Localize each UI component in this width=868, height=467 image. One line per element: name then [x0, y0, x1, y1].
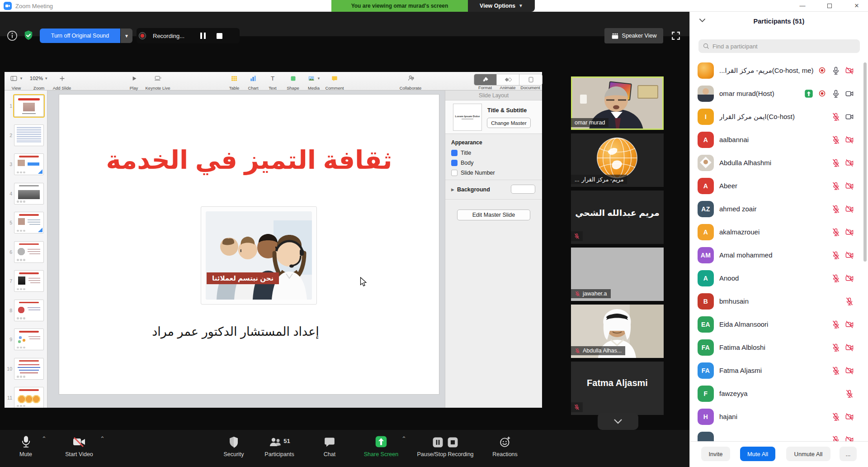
slide-credit-text: إعداد المستشار الدكتور عمر مراد	[59, 324, 412, 339]
background-row[interactable]: ▶ Background	[451, 185, 536, 195]
video-tile-portrait[interactable]: Abdulla Alhas...	[571, 305, 664, 358]
mic-off-icon	[831, 181, 840, 191]
slide-thumbnail[interactable]: 9	[5, 325, 47, 354]
participant-row[interactable]: A akalmazrouei	[690, 220, 865, 243]
participant-row[interactable]	[690, 428, 865, 441]
keynote-live-button[interactable]: Keynote Live	[139, 73, 177, 91]
format-tab[interactable]	[474, 74, 497, 85]
slide-number: 1	[5, 103, 14, 109]
mute-all-button[interactable]: Mute All	[740, 447, 775, 461]
collapse-video-strip-button[interactable]	[598, 413, 638, 430]
participant-row[interactable]: A aalbannai	[690, 128, 865, 151]
participant-row[interactable]: ...مريم- مركز القرا (Co-host, me)	[690, 59, 865, 82]
participant-row[interactable]: EA Eida Almansoori	[690, 313, 865, 336]
checkbox[interactable]	[451, 150, 458, 156]
original-sound-caret[interactable]: ▼	[121, 29, 132, 43]
participant-name: Fatma Aljasmi	[719, 367, 762, 374]
slide-thumbnail[interactable]: 11	[5, 383, 47, 408]
scrollbar-thumb[interactable]	[863, 62, 867, 262]
slide-thumbnail[interactable]: 4	[5, 179, 47, 209]
video-off-icon	[845, 66, 854, 75]
participant-row[interactable]: I ايمن مركز القرار (Co-host)	[690, 105, 865, 128]
search-icon	[703, 43, 710, 50]
video-tile-camera-off[interactable]: jawaher.a	[571, 248, 664, 301]
search-input[interactable]	[712, 43, 856, 50]
pause-recording-icon[interactable]	[432, 437, 443, 448]
participant-row[interactable]: A Abeer	[690, 174, 865, 197]
slide-thumbnail[interactable]: 1	[5, 91, 47, 121]
slide-thumbnail[interactable]: 6	[5, 238, 47, 267]
document-tab[interactable]	[519, 74, 542, 85]
view-options-button[interactable]: View Options▼	[468, 0, 535, 12]
screen-share-icon	[804, 89, 813, 98]
more-options-button[interactable]: ...	[840, 447, 857, 461]
animate-tab[interactable]	[497, 74, 519, 85]
info-icon[interactable]	[6, 30, 18, 42]
encryption-shield-icon[interactable]	[23, 29, 34, 41]
slide-thumbnail[interactable]: 7	[5, 267, 47, 296]
participant-row[interactable]: FA Fatima Albloshi	[690, 336, 865, 359]
close-button[interactable]: ✕	[846, 0, 867, 11]
mic-on-icon	[831, 66, 840, 75]
pause-recording-icon[interactable]	[197, 30, 209, 42]
change-master-button[interactable]: Change Master	[487, 118, 531, 128]
slide-thumbnail[interactable]: 5	[5, 208, 47, 238]
participant-row[interactable]: FA Fatma Aljasmi	[690, 359, 865, 382]
current-slide[interactable]: ثقافة التميز في الخدمة	[59, 94, 439, 395]
keynote-add-slide-button[interactable]: Add Slide	[43, 73, 81, 91]
slide-thumbnail[interactable]: 10	[5, 354, 47, 384]
participant-row[interactable]: B bmhusain	[690, 290, 865, 313]
appearance-checkbox-row[interactable]: Title	[451, 150, 536, 156]
participant-row[interactable]: Abdulla Alhashmi	[690, 151, 865, 174]
video-options-caret[interactable]: ⌃	[100, 435, 105, 442]
disclosure-triangle-icon[interactable]: ▶	[451, 187, 454, 192]
reactions-smiley-icon	[471, 434, 539, 448]
video-tile-nameplate[interactable]: مريم عبدالله الشحي	[571, 191, 664, 244]
participant-row[interactable]: A Anood	[690, 267, 865, 290]
participant-row[interactable]: AZ ahmed zoair	[690, 197, 865, 220]
master-slide-thumbnail[interactable]: Lorem Ipsum Dolor	[453, 104, 482, 131]
maximize-button[interactable]	[819, 0, 840, 11]
stop-recording-icon[interactable]	[447, 437, 458, 448]
speaker-view-button[interactable]: Speaker View	[604, 28, 663, 43]
appearance-checkbox-row[interactable]: Slide Number	[451, 170, 536, 176]
participant-row[interactable]: omar murad (Host)	[690, 82, 865, 105]
slide-thumbnail[interactable]: 8	[5, 296, 47, 325]
keynote-collaborate-button[interactable]: Collaborate	[392, 73, 429, 91]
avatar: AM	[698, 247, 714, 263]
participant-name: Eida Almansoori	[719, 320, 768, 328]
minimize-button[interactable]: —	[792, 0, 813, 11]
video-tile-globe[interactable]: ... مريم- مركز القرار	[571, 133, 664, 187]
participant-row[interactable]: AM Amal mohammed	[690, 243, 865, 267]
original-sound-button[interactable]: Turn off Original Sound	[40, 29, 120, 43]
invite-button[interactable]: Invite	[701, 447, 730, 461]
checkbox[interactable]	[451, 170, 458, 176]
background-color-well[interactable]	[511, 185, 535, 194]
keynote-comment-button[interactable]: Comment	[316, 73, 354, 91]
appearance-options: Title Body Slide Number	[451, 150, 536, 176]
slide-thumbnail[interactable]: 2	[5, 121, 47, 150]
participant-name: hajani	[719, 413, 737, 420]
reactions-button[interactable]: Reactions	[471, 434, 539, 458]
video-tile-speaker[interactable]: omar murad	[571, 76, 664, 130]
video-tile-nameplate-2[interactable]: Fatma Aljasmi	[571, 362, 664, 415]
zoom-meeting-window: Zoom Meeting You are viewing omar murad'…	[0, 0, 868, 467]
keynote-live-icon	[139, 73, 177, 83]
participant-row[interactable]: H hajani	[690, 405, 865, 428]
fullscreen-icon[interactable]	[669, 29, 683, 43]
unmute-all-button[interactable]: Unmute All	[786, 447, 830, 461]
appearance-checkbox-row[interactable]: Body	[451, 160, 536, 166]
slide-number: 2	[5, 133, 14, 138]
participants-icon	[269, 436, 282, 448]
slide-canvas[interactable]: ثقافة التميز في الخدمة	[47, 91, 445, 408]
checkbox[interactable]	[451, 160, 458, 166]
edit-master-slide-button[interactable]: Edit Master Slide	[457, 210, 530, 220]
animate-tab-label: Animate	[500, 85, 516, 90]
participant-row[interactable]: F fawzeyya	[690, 382, 865, 405]
video-on-icon	[845, 112, 854, 121]
slide-thumbnail[interactable]: 3	[5, 150, 47, 179]
stop-recording-icon[interactable]	[213, 30, 225, 42]
participant-search-box[interactable]	[698, 39, 860, 53]
participant-name: Amal mohammed	[719, 251, 773, 259]
participant-name: ايمن مركز القرار (Co-host)	[719, 113, 795, 121]
